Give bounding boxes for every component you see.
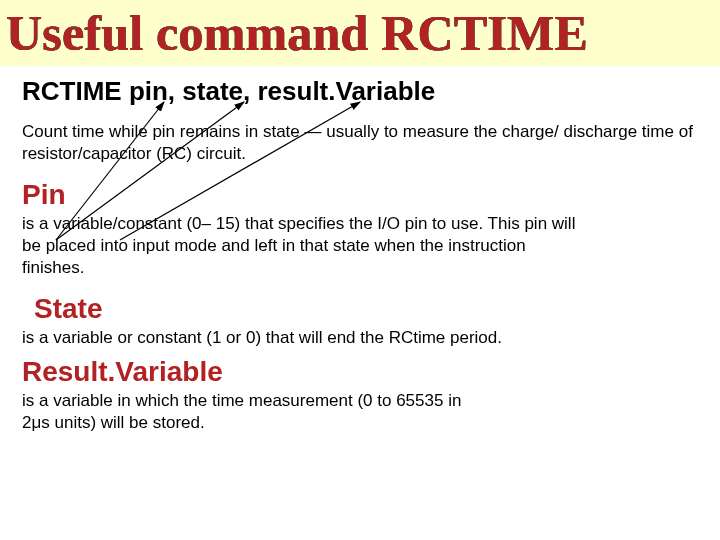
pin-heading: Pin xyxy=(22,179,700,211)
result-description: is a variable in which the time measurem… xyxy=(22,390,482,434)
state-description: is a variable or constant (1 or 0) that … xyxy=(22,327,562,349)
slide-title: Useful command RCTIME xyxy=(6,4,588,62)
title-band: Useful command RCTIME xyxy=(0,0,720,66)
result-heading: Result.Variable xyxy=(22,356,700,388)
slide: Useful command RCTIME RCTIME pin, state,… xyxy=(0,0,720,540)
command-description: Count time while pin remains in state — … xyxy=(22,121,700,165)
pin-description: is a variable/constant (0– 15) that spec… xyxy=(22,213,582,279)
command-syntax: RCTIME pin, state, result.Variable xyxy=(22,76,700,107)
state-heading: State xyxy=(34,293,700,325)
